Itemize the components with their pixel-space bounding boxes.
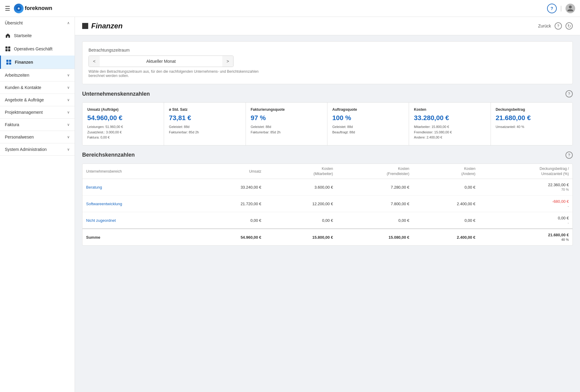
bereichskennzahlen-title: Bereichskennzahlen: [82, 152, 135, 158]
sidebar-section-ubersicht: Übersicht ∧ Startseite Operatives Geschä…: [0, 17, 75, 69]
cell-bereich: Beratung: [82, 179, 193, 196]
period-prev-button[interactable]: <: [89, 56, 100, 67]
cell-umsatz: 21.720,00 €: [193, 196, 265, 212]
bereichskennzahlen-card: Unternehmensbereich Umsatz Kosten(Mitarb…: [82, 164, 573, 246]
main-content: Finanzen Zurück ? ↻ Betrachtungszeitraum…: [75, 17, 580, 392]
home-icon: [5, 33, 11, 39]
sidebar-section-angebote-auftrage: Angebote & Aufträge ∨: [0, 94, 75, 106]
user-avatar[interactable]: [566, 4, 575, 13]
kpi-value: 97 %: [251, 114, 322, 122]
sidebar-item-label: Angebote & Aufträge: [5, 97, 67, 102]
cell-total-label: Summe: [82, 229, 193, 245]
kpi-value: 21.680,00 €: [496, 114, 568, 122]
bereich-link[interactable]: Softwareentwicklung: [86, 202, 122, 206]
cell-umsatz: 33.240,00 €: [193, 179, 265, 196]
unternehmenskennzahlen-section: Unternehmenskennzahlen ? Umsatz (Aufträg…: [82, 90, 573, 145]
kpi-detail-line: Fremdleister: 15.080,00 €: [414, 130, 485, 135]
kpi-detail-line: Leistungen: 51.960,00 €: [87, 124, 159, 130]
col-header-kosten-ma: Kosten(Mitarbeiter): [265, 164, 337, 179]
divider: |: [560, 5, 562, 12]
kpi-detail-line: Mitarbeiter: 15.800,00 €: [414, 124, 485, 130]
bereich-link[interactable]: Beratung: [86, 185, 102, 190]
topbar: ☰ foreknown ? |: [0, 0, 580, 17]
back-button[interactable]: Zurück: [538, 24, 551, 28]
page-title-text: Finanzen: [91, 22, 123, 30]
logo-icon: [14, 4, 24, 13]
sidebar-item-finanzen[interactable]: Finanzen: [0, 56, 75, 69]
kpi-value: 33.280,00 €: [414, 114, 485, 122]
kpi-detail-line: Beauftragt: 88d: [332, 130, 404, 135]
kpi-fakturierungsquote: Fakturierungsquote 97 % Geleistet: 88d F…: [246, 103, 327, 145]
kpi-details: Geleistet: 88d Fakturierbar: 85d 2h: [251, 124, 322, 135]
col-header-umsatz: Umsatz: [193, 164, 265, 179]
col-header-deckung: Deckungsbeitrag /Umsatzanteil (%): [479, 164, 572, 179]
sidebar-item-label: Startseite: [14, 33, 70, 38]
cell-deckung: -680,00 €-: [479, 196, 572, 212]
kpi-details: Leistungen: 51.960,00 € Zusatzleist.: 3.…: [87, 124, 159, 140]
grid-icon: [5, 46, 11, 52]
help-icon: ?: [551, 6, 553, 11]
cell-deckung: 0,00 €-: [479, 212, 572, 229]
kpi-value: 54.960,00 €: [87, 114, 159, 122]
page-refresh-icon[interactable]: ↻: [566, 22, 573, 30]
kpi-title: Deckungsbeitrag: [496, 107, 568, 112]
unternehmenskennzahlen-title: Unternehmenskennzahlen: [82, 91, 150, 97]
period-hint: Wähle den Betrachtungszeitraum aus, für …: [89, 69, 270, 78]
kpi-title: Fakturierungsquote: [251, 107, 322, 112]
table-row: Nicht zugeordnet 0,00 € 0,00 € 0,00 € 0,…: [82, 212, 572, 229]
kpi-detail-line: Fakturierbar: 85d 2h: [169, 130, 240, 135]
sidebar-item-kunden-kontakte[interactable]: Kunden & Kontakte ∨: [0, 81, 75, 94]
cell-total-kosten-ma: 15.800,00 €: [265, 229, 337, 245]
sidebar-section-label: Übersicht: [5, 21, 67, 25]
cell-kosten-ma: 0,00 €: [265, 212, 337, 229]
sidebar-item-arbeitszeiten[interactable]: Arbeitszeiten ∨: [0, 69, 75, 81]
hamburger-menu-icon[interactable]: ☰: [5, 5, 10, 12]
topbar-actions: ? |: [547, 4, 575, 13]
kpi-grid: Umsatz (Aufträge) 54.960,00 € Leistungen…: [82, 102, 573, 145]
sidebar-item-projektmanagement[interactable]: Projektmanagement ∨: [0, 106, 75, 118]
sidebar-item-angebote-auftrage[interactable]: Angebote & Aufträge ∨: [0, 94, 75, 106]
kpi-value: 100 %: [332, 114, 404, 122]
table-total-row: Summe 54.960,00 € 15.800,00 € 15.080,00 …: [82, 229, 572, 245]
deckung-sub: 70 %: [561, 188, 569, 191]
chevron-down-icon: ∨: [67, 98, 70, 102]
bereichskennzahlen-section: Bereichskennzahlen ? Unternehmensbereich…: [82, 151, 573, 246]
cell-umsatz: 0,00 €: [193, 212, 265, 229]
kpi-title: Umsatz (Aufträge): [87, 107, 159, 112]
table-row: Beratung 33.240,00 € 3.600,00 € 7.280,00…: [82, 179, 572, 196]
period-card: Betrachtungszeitraum < Aktueller Monat >…: [82, 41, 573, 84]
kpi-detail-line: Zusatzleist.: 3.000,00 €: [87, 130, 159, 135]
period-next-button[interactable]: >: [222, 56, 233, 67]
kpi-detail-line: Geleistet: 88d: [169, 124, 240, 130]
kpi-detail-line: Andere: 2.400,00 €: [414, 135, 485, 140]
section-help-icon-2[interactable]: ?: [566, 151, 573, 159]
period-navigator: < Aktueller Monat >: [89, 56, 234, 67]
bereich-link[interactable]: Nicht zugeordnet: [86, 218, 116, 223]
deckung-sub: -: [568, 204, 569, 208]
kpi-title: ø Std. Satz: [169, 107, 240, 112]
sidebar-item-personalwesen[interactable]: Personalwesen ∨: [0, 131, 75, 143]
page-title-icon: [82, 23, 88, 29]
page-help-icon[interactable]: ?: [555, 22, 562, 30]
kpi-details: Mitarbeiter: 15.800,00 € Fremdleister: 1…: [414, 124, 485, 140]
chevron-down-icon: ∨: [67, 135, 70, 139]
sidebar-section-arbeitszeiten: Arbeitszeiten ∨: [0, 69, 75, 81]
sidebar-item-operatives-geschaft[interactable]: Operatives Geschäft: [0, 42, 75, 56]
section-help-icon[interactable]: ?: [566, 90, 573, 97]
unternehmenskennzahlen-header: Unternehmenskennzahlen ?: [82, 90, 573, 97]
kpi-details: Geleistet: 88d Beauftragt: 88d: [332, 124, 404, 135]
cell-bereich: Softwareentwicklung: [82, 196, 193, 212]
cell-deckung: 22.360,00 €70 %: [479, 179, 572, 196]
cell-kosten-fl: 0,00 €: [337, 212, 413, 229]
cell-total-umsatz: 54.960,00 €: [193, 229, 265, 245]
help-button[interactable]: ?: [547, 4, 557, 13]
cell-kosten-fl: 7.280,00 €: [337, 179, 413, 196]
cell-kosten-ma: 12.200,00 €: [265, 196, 337, 212]
sidebar-item-system-administration[interactable]: System Administration ∨: [0, 143, 75, 155]
sidebar-item-startseite[interactable]: Startseite: [0, 29, 75, 42]
sidebar-section-ubersicht-header[interactable]: Übersicht ∧: [0, 17, 75, 29]
kpi-deckungsbeitrag: Deckungsbeitrag 21.680,00 € Umsatzanteil…: [491, 103, 572, 145]
sidebar-item-faktura[interactable]: Faktura ∨: [0, 119, 75, 131]
kpi-detail-line: Faktura: 0,00 €: [87, 135, 159, 140]
cell-kosten-an: 0,00 €: [413, 212, 479, 229]
